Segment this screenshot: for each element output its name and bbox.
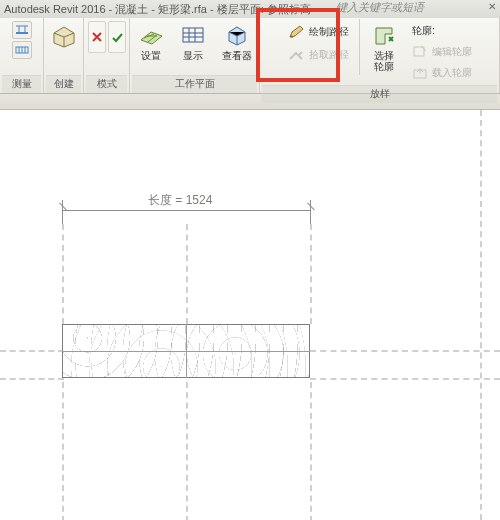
profile-shape-icon <box>370 21 398 49</box>
load-profile-button[interactable]: 载入轮廓 <box>408 64 476 82</box>
ribbon: 测量 创建 模式 <box>0 18 500 94</box>
svg-rect-3 <box>414 47 424 56</box>
edit-profile-label: 编辑轮廓 <box>432 45 472 59</box>
panel-create: 创建 <box>44 18 84 93</box>
select-profile-label: 选择 轮廓 <box>374 50 394 72</box>
panel-measure: 测量 <box>0 18 44 93</box>
load-profile-icon <box>412 66 428 80</box>
ref-v-far <box>480 110 482 520</box>
dim-line <box>62 210 310 211</box>
ref-h-left <box>0 350 64 352</box>
display-label: 显示 <box>183 50 203 61</box>
drawing-canvas[interactable]: 长度 = 1524 <box>0 110 500 520</box>
panel-sweep-title: 放样 <box>262 85 497 103</box>
close-icon[interactable]: ✕ <box>488 1 496 12</box>
select-profile-button[interactable]: 选择 轮廓 <box>364 19 404 74</box>
edit-profile-icon <box>412 45 428 59</box>
titlebar: Autodesk Revit 2016 - 混凝土 - 矩形梁.rfa - 楼层… <box>0 0 500 18</box>
viewer-label: 查看器 <box>222 50 252 61</box>
cancel-mode-icon[interactable] <box>88 21 106 53</box>
panel-measure-title: 测量 <box>2 75 41 93</box>
display-button[interactable]: 显示 <box>173 19 213 63</box>
ref-v-ra <box>310 224 312 324</box>
panel-mode-title: 模式 <box>86 75 127 93</box>
edit-profile-button[interactable]: 编辑轮廓 <box>408 43 476 61</box>
draw-path-label: 绘制路径 <box>309 25 349 39</box>
pick-path-button[interactable]: 拾取路径 <box>283 45 353 65</box>
ref-v-lb <box>62 382 64 520</box>
profile-label: 轮廓: <box>412 24 435 38</box>
create-button[interactable] <box>44 19 84 51</box>
keyword-hint[interactable]: 键入关键字或短语 <box>336 0 424 15</box>
dimension-label[interactable]: 长度 = 1524 <box>148 192 212 209</box>
pick-path-label: 拾取路径 <box>309 48 349 62</box>
ref-v-ma <box>186 224 188 324</box>
pencil-icon <box>287 24 305 40</box>
panel-create-title: 创建 <box>46 75 81 93</box>
settings-label: 设置 <box>141 50 161 61</box>
align-dim-icon[interactable] <box>12 21 32 39</box>
pick-path-icon <box>287 47 305 63</box>
grid-plane-icon <box>137 21 165 49</box>
finish-mode-icon[interactable] <box>108 21 126 53</box>
viewer-button[interactable]: 查看器 <box>215 19 259 63</box>
ref-h-right2 <box>310 378 500 380</box>
beam-midline-v <box>186 324 187 378</box>
draw-path-button[interactable]: 绘制路径 <box>283 22 353 42</box>
measure-icon[interactable] <box>12 41 32 59</box>
svg-rect-2 <box>183 28 203 42</box>
ref-h-left2 <box>0 378 64 380</box>
ref-v-rb <box>310 382 312 520</box>
svg-rect-0 <box>16 32 28 34</box>
box-extrude-icon <box>50 21 78 49</box>
cube-viewer-icon <box>223 21 251 49</box>
panel-mode: 模式 <box>84 18 130 93</box>
dim-ext-right <box>310 200 311 226</box>
panel-workplane-title: 工作平面 <box>132 75 257 93</box>
profile-label-row: 轮廓: <box>408 22 476 40</box>
dim-ext-left <box>62 200 63 226</box>
ref-h-right <box>310 350 500 352</box>
grid-display-icon <box>179 21 207 49</box>
panel-workplane: 设置 显示 查看器 工作平面 <box>130 18 260 93</box>
ref-v-mb <box>186 382 188 520</box>
panel-sweep: 绘制路径 拾取路径 选择 轮廓 轮廓: <box>260 18 500 93</box>
app-title: Autodesk Revit 2016 - 混凝土 - 矩形梁.rfa - 楼层… <box>4 2 311 17</box>
load-profile-label: 载入轮廓 <box>432 66 472 80</box>
ref-v-la <box>62 224 64 324</box>
settings-button[interactable]: 设置 <box>131 19 171 63</box>
